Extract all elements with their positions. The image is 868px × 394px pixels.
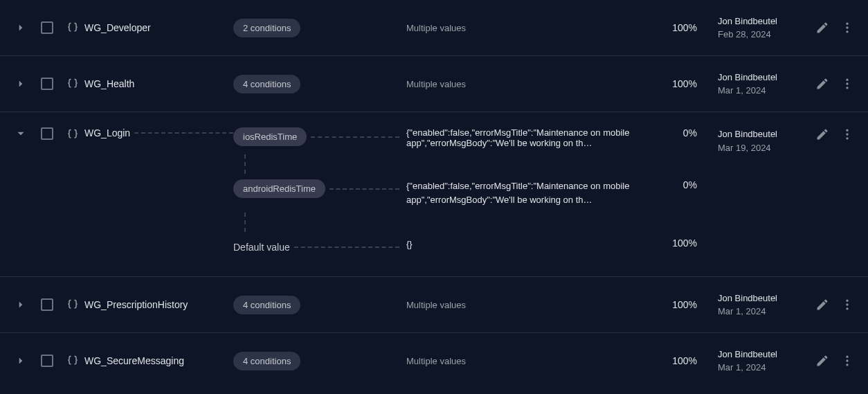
author-date: Mar 1, 2024	[718, 361, 787, 375]
more-vert-icon[interactable]	[840, 21, 854, 35]
author-name: Jon Bindbeutel	[718, 292, 787, 305]
condition-value: {"enabled":false,"errorMsgTitle":"Mainte…	[406, 179, 655, 207]
condition-tag[interactable]: iosRedisTime	[233, 127, 307, 146]
svg-point-1	[846, 26, 848, 28]
author-date: Mar 1, 2024	[718, 305, 787, 319]
default-value-label: Default value	[233, 238, 290, 257]
svg-point-13	[846, 360, 848, 362]
author-name: Jon Bindbeutel	[718, 15, 787, 28]
svg-point-5	[846, 87, 848, 89]
table-row: WG_SecureMessaging 4 conditions Multiple…	[0, 333, 868, 388]
json-type-icon	[66, 354, 80, 368]
condition-row: Default value {} 100%	[0, 232, 868, 276]
table-row-expanded: WG_Login iosRedisTime {"enabled":false,"…	[0, 112, 868, 277]
author-date: Mar 1, 2024	[718, 84, 787, 98]
more-vert-icon[interactable]	[840, 354, 854, 368]
chevron-right-icon[interactable]	[15, 21, 27, 34]
edit-icon[interactable]	[815, 298, 829, 312]
svg-point-4	[846, 82, 848, 84]
chevron-right-icon[interactable]	[15, 78, 27, 90]
chevron-right-icon[interactable]	[15, 355, 27, 367]
author-cell: Jon Bindbeutel Mar 1, 2024	[697, 333, 787, 388]
author-date: Mar 19, 2024	[718, 141, 787, 155]
author-name: Jon Bindbeutel	[718, 127, 787, 141]
svg-point-9	[846, 300, 848, 302]
svg-point-10	[846, 304, 848, 306]
conditions-pill[interactable]: 4 conditions	[233, 352, 300, 370]
connector-dash	[329, 188, 399, 190]
connector-dash	[134, 132, 233, 134]
param-value: Multiple values	[406, 277, 655, 332]
condition-percent: 0%	[655, 127, 697, 138]
svg-point-2	[846, 30, 848, 33]
json-type-icon	[66, 77, 80, 91]
svg-point-6	[846, 129, 848, 132]
author-cell: Jon Bindbeutel Feb 28, 2024	[697, 0, 787, 55]
param-name[interactable]: WG_PrescriptionHistory	[84, 277, 233, 332]
connector-dash	[311, 136, 399, 138]
connector-vert	[0, 154, 868, 174]
more-vert-icon[interactable]	[840, 127, 854, 141]
svg-point-14	[846, 364, 848, 366]
connector-dash	[294, 247, 399, 248]
config-table: WG_Developer 2 conditions Multiple value…	[0, 0, 868, 388]
param-percent: 100%	[655, 0, 697, 55]
conditions-pill[interactable]: 4 conditions	[233, 296, 300, 314]
condition-value: {}	[406, 238, 655, 251]
conditions-pill[interactable]: 2 conditions	[233, 19, 300, 37]
json-type-icon	[66, 21, 80, 35]
condition-value: {"enabled":false,"errorMsgTitle":"Mainte…	[406, 127, 655, 148]
row-checkbox[interactable]	[41, 298, 53, 311]
param-name[interactable]: WG_SecureMessaging	[84, 333, 233, 388]
param-value: Multiple values	[406, 56, 655, 111]
row-checkbox[interactable]	[41, 355, 53, 367]
connector-vert	[0, 213, 868, 232]
param-name-text: WG_Login	[84, 127, 130, 138]
param-value: Multiple values	[406, 0, 655, 55]
author-date: Feb 28, 2024	[718, 28, 787, 42]
param-name[interactable]: WG_Developer	[84, 0, 233, 55]
edit-icon[interactable]	[815, 127, 829, 141]
author-name: Jon Bindbeutel	[718, 71, 787, 84]
edit-icon[interactable]	[815, 77, 829, 91]
condition-percent: 0%	[655, 179, 697, 190]
svg-point-0	[846, 23, 848, 25]
param-value: Multiple values	[406, 333, 655, 388]
edit-icon[interactable]	[815, 354, 829, 368]
chevron-right-icon[interactable]	[15, 298, 27, 311]
condition-percent: 100%	[655, 238, 697, 249]
condition-tag[interactable]: androidRedisTime	[233, 179, 325, 198]
json-type-icon	[66, 127, 80, 141]
author-cell: Jon Bindbeutel Mar 1, 2024	[697, 277, 787, 332]
author-cell: Jon Bindbeutel Mar 1, 2024	[697, 56, 787, 111]
svg-point-8	[846, 137, 848, 139]
table-row: WG_Health 4 conditions Multiple values 1…	[0, 56, 868, 112]
more-vert-icon[interactable]	[840, 77, 854, 91]
table-row: WG_PrescriptionHistory 4 conditions Mult…	[0, 277, 868, 333]
edit-icon[interactable]	[815, 21, 829, 35]
param-percent: 100%	[655, 333, 697, 388]
svg-point-3	[846, 79, 848, 81]
param-percent: 100%	[655, 56, 697, 111]
chevron-down-icon[interactable]	[15, 127, 27, 140]
svg-point-12	[846, 356, 848, 358]
more-vert-icon[interactable]	[840, 298, 854, 312]
condition-row: androidRedisTime {"enabled":false,"error…	[0, 174, 868, 213]
param-name[interactable]: WG_Health	[84, 56, 233, 111]
row-checkbox[interactable]	[41, 127, 53, 140]
svg-point-7	[846, 133, 848, 135]
author-cell: Jon Bindbeutel Mar 19, 2024	[697, 127, 787, 154]
row-checkbox[interactable]	[41, 21, 53, 34]
row-checkbox[interactable]	[41, 78, 53, 90]
param-percent: 100%	[655, 277, 697, 332]
svg-point-11	[846, 307, 848, 310]
table-row: WG_Developer 2 conditions Multiple value…	[0, 0, 868, 56]
json-type-icon	[66, 298, 80, 312]
author-name: Jon Bindbeutel	[718, 348, 787, 361]
param-name[interactable]: WG_Login	[84, 127, 233, 138]
conditions-pill[interactable]: 4 conditions	[233, 75, 300, 93]
